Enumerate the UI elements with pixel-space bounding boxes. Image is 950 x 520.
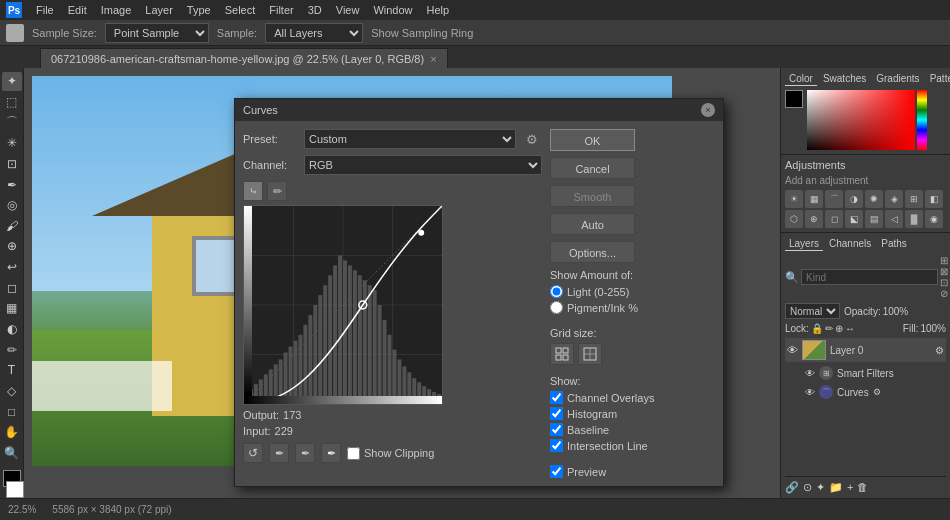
histogram-checkbox[interactable] [550, 407, 563, 420]
menu-layer[interactable]: Layer [139, 3, 179, 17]
baseline-checkbox[interactable] [550, 423, 563, 436]
bw-adj-icon[interactable]: ◧ [925, 190, 943, 208]
curves-gear-icon[interactable]: ⚙ [522, 129, 542, 149]
hand-tool[interactable]: ✋ [2, 423, 22, 442]
exposure-adj-icon[interactable]: ◑ [845, 190, 863, 208]
color-strip[interactable] [917, 90, 927, 150]
menu-image[interactable]: Image [95, 3, 138, 17]
levels-adj-icon[interactable]: ▦ [805, 190, 823, 208]
channel-overlays-checkbox[interactable] [550, 391, 563, 404]
tab-patterns[interactable]: Patterns [926, 72, 950, 86]
lock-icon2[interactable]: ✏ [825, 323, 833, 334]
hsl-adj-icon[interactable]: ◈ [885, 190, 903, 208]
layer-settings-icon[interactable]: ⚙ [935, 345, 944, 356]
white-eyedropper-button[interactable]: ✒ [321, 443, 341, 463]
new-layer-icon[interactable]: + [847, 481, 853, 494]
crop-tool[interactable]: ⊡ [2, 155, 22, 174]
spot-heal-tool[interactable]: ◎ [2, 196, 22, 215]
colorbalance-adj-icon[interactable]: ⊞ [905, 190, 923, 208]
point-tool-button[interactable]: ⤷ [243, 181, 263, 201]
curves-sublayer-row[interactable]: 👁 ⌒ Curves ⚙ [785, 383, 946, 401]
tab-layers[interactable]: Layers [785, 237, 823, 251]
cancel-button[interactable]: Cancel [550, 157, 635, 179]
menu-select[interactable]: Select [219, 3, 262, 17]
gradient-tool[interactable]: ▦ [2, 299, 22, 318]
text-tool[interactable]: T [2, 361, 22, 380]
lasso-tool[interactable]: ⌒ [2, 113, 22, 132]
lock-icon4[interactable]: ↔ [845, 323, 855, 334]
photo-filter-adj-icon[interactable]: ⬡ [785, 210, 803, 228]
channel-mixer-adj-icon[interactable]: ⊕ [805, 210, 823, 228]
curves-sublayer-settings-icon[interactable]: ⚙ [873, 387, 881, 397]
smooth-button[interactable]: Smooth [550, 185, 635, 207]
auto-button[interactable]: Auto [550, 213, 635, 235]
tab-close-button[interactable]: × [430, 53, 436, 65]
options-button[interactable]: Options... [550, 241, 635, 263]
brush-tool[interactable]: 🖌 [2, 216, 22, 235]
vibrance-adj-icon[interactable]: ✺ [865, 190, 883, 208]
sample-size-select[interactable]: Point Sample 3 by 3 Average 5 by 5 Avera… [105, 23, 209, 43]
ok-button[interactable]: OK [550, 129, 635, 151]
menu-window[interactable]: Window [367, 3, 418, 17]
delete-layer-icon[interactable]: 🗑 [857, 481, 868, 494]
large-grid-button[interactable] [578, 343, 602, 365]
curves-adj-icon[interactable]: ⌒ [825, 190, 843, 208]
small-grid-button[interactable] [550, 343, 574, 365]
tab-channels[interactable]: Channels [825, 237, 875, 251]
curve-canvas[interactable] [243, 205, 443, 405]
link-layers-icon[interactable]: 🔗 [785, 481, 799, 494]
tab-paths[interactable]: Paths [877, 237, 911, 251]
threshold-adj-icon[interactable]: ◁ [885, 210, 903, 228]
move-tool[interactable]: ✦ [2, 72, 22, 91]
pigment-radio[interactable] [550, 301, 563, 314]
color-gradient-area[interactable] [807, 90, 927, 150]
menu-3d[interactable]: 3D [302, 3, 328, 17]
tab-swatches[interactable]: Swatches [819, 72, 870, 86]
magic-wand-tool[interactable]: ✳ [2, 134, 22, 153]
shape-tool[interactable]: □ [2, 402, 22, 421]
pen-tool[interactable]: ✏ [2, 340, 22, 359]
curves-close-button[interactable]: × [701, 103, 715, 117]
lock-icon3[interactable]: ⊕ [835, 323, 843, 334]
menu-edit[interactable]: Edit [62, 3, 93, 17]
menu-view[interactable]: View [330, 3, 366, 17]
sample-select[interactable]: All Layers Current Layer [265, 23, 363, 43]
layer-row-0[interactable]: 👁 Layer 0 ⚙ [785, 338, 946, 362]
black-eyedropper-button[interactable]: ✒ [269, 443, 289, 463]
blend-mode-select[interactable]: Normal [785, 303, 840, 319]
sublayer-visibility-icon[interactable]: 👁 [805, 368, 815, 379]
preset-select[interactable]: Custom Default [304, 129, 516, 149]
lock-pixel-icon[interactable]: 🔒 [811, 323, 823, 334]
gray-eyedropper-button[interactable]: ✒ [295, 443, 315, 463]
tab-color[interactable]: Color [785, 72, 817, 86]
history-tool[interactable]: ↩ [2, 258, 22, 277]
add-mask-icon[interactable]: ⊙ [803, 481, 812, 494]
layer-visibility-icon[interactable]: 👁 [787, 344, 798, 356]
tool-icon[interactable] [6, 24, 24, 42]
eyedropper-tool[interactable]: ✒ [2, 175, 22, 194]
background-color[interactable] [6, 481, 24, 498]
invert-adj-icon[interactable]: ⬕ [845, 210, 863, 228]
brightness-adj-icon[interactable]: ☀ [785, 190, 803, 208]
menu-help[interactable]: Help [421, 3, 456, 17]
layers-search-input[interactable] [801, 269, 938, 285]
posterize-adj-icon[interactable]: ▤ [865, 210, 883, 228]
channel-select[interactable]: RGB Red Green Blue [304, 155, 542, 175]
eraser-tool[interactable]: ◻ [2, 278, 22, 297]
document-tab[interactable]: 067210986-american-craftsman-home-yellow… [40, 48, 448, 68]
zoom-tool[interactable]: 🔍 [2, 444, 22, 463]
colorlookup-adj-icon[interactable]: ◻ [825, 210, 843, 228]
path-tool[interactable]: ◇ [2, 382, 22, 401]
selective-color-adj-icon[interactable]: ◉ [925, 210, 943, 228]
clone-tool[interactable]: ⊕ [2, 237, 22, 256]
gradient-map-adj-icon[interactable]: ▓ [905, 210, 923, 228]
foreground-swatch[interactable] [785, 90, 803, 108]
light-radio[interactable] [550, 285, 563, 298]
intersection-checkbox[interactable] [550, 439, 563, 452]
menu-filter[interactable]: Filter [263, 3, 299, 17]
selection-tool[interactable]: ⬚ [2, 93, 22, 112]
pen-tool-button[interactable]: ✏ [267, 181, 287, 201]
menu-file[interactable]: File [30, 3, 60, 17]
dodge-tool[interactable]: ◐ [2, 320, 22, 339]
reset-curves-button[interactable]: ↺ [243, 443, 263, 463]
